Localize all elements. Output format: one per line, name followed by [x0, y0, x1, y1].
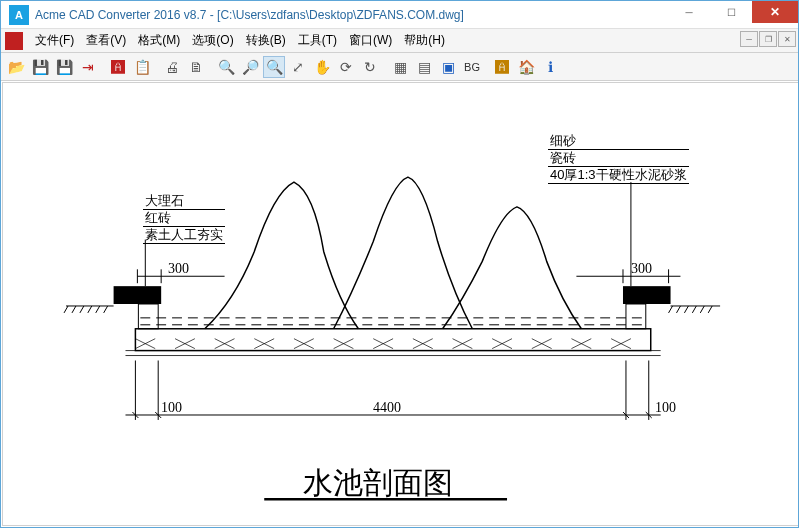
svg-line-17: [684, 306, 688, 313]
title-bar: A Acme CAD Converter 2016 v8.7 - [C:\Use…: [1, 1, 798, 29]
svg-line-12: [96, 306, 100, 313]
font-icon[interactable]: 🅰: [491, 56, 513, 78]
menu-format[interactable]: 格式(M): [132, 29, 186, 52]
save-as-icon[interactable]: 💾: [53, 56, 75, 78]
dim-bottom-center: 4400: [373, 400, 401, 416]
drawing-title: 水池剖面图: [303, 463, 453, 504]
menu-options[interactable]: 选项(O): [186, 29, 239, 52]
export-icon[interactable]: ⇥: [77, 56, 99, 78]
mdi-restore-button[interactable]: ❐: [759, 31, 777, 47]
open-icon[interactable]: 📂: [5, 56, 27, 78]
dim-bottom-right: 100: [655, 400, 676, 416]
pan-icon[interactable]: ✋: [311, 56, 333, 78]
extents-icon[interactable]: ▣: [437, 56, 459, 78]
save-icon[interactable]: 💾: [29, 56, 51, 78]
svg-line-15: [669, 306, 673, 313]
dim-left-top: 300: [168, 261, 189, 277]
maximize-button[interactable]: [710, 1, 752, 23]
window-title: Acme CAD Converter 2016 v8.7 - [C:\Users…: [35, 8, 668, 22]
svg-line-20: [708, 306, 712, 313]
bg-button[interactable]: BG: [461, 56, 483, 78]
label-tile: 瓷砖: [548, 150, 689, 167]
svg-line-18: [692, 306, 696, 313]
zoom-in-icon[interactable]: 🔍: [215, 56, 237, 78]
label-mortar: 40厚1:3干硬性水泥砂浆: [548, 167, 689, 184]
menu-file[interactable]: 文件(F): [29, 29, 80, 52]
menu-convert[interactable]: 转换(B): [240, 29, 292, 52]
dim-right-top: 300: [631, 261, 652, 277]
svg-line-13: [104, 306, 108, 313]
svg-line-10: [80, 306, 84, 313]
mdi-minimize-button[interactable]: ─: [740, 31, 758, 47]
toolbar: 📂 💾 💾 ⇥ 🅰 📋 🖨 🗎 🔍 🔎 🔍 ⤢ ✋ ⟳ ↻ ▦ ▤ ▣ BG 🅰…: [1, 53, 798, 81]
mdi-close-button[interactable]: ✕: [778, 31, 796, 47]
svg-line-8: [64, 306, 68, 313]
menu-view[interactable]: 查看(V): [80, 29, 132, 52]
minimize-button[interactable]: [668, 1, 710, 23]
menu-icon: [5, 32, 23, 50]
label-fine-sand: 细砂: [548, 133, 689, 150]
svg-line-9: [72, 306, 76, 313]
zoom-window-icon[interactable]: 🔍: [263, 56, 285, 78]
zoom-out-icon[interactable]: 🔎: [239, 56, 261, 78]
dim-bottom-left: 100: [161, 400, 182, 416]
refresh-icon[interactable]: ↻: [359, 56, 381, 78]
close-button[interactable]: [752, 1, 798, 23]
print-icon[interactable]: 🖨: [161, 56, 183, 78]
right-label-box: 细砂 瓷砖 40厚1:3干硬性水泥砂浆: [548, 133, 689, 184]
label-marble: 大理石: [143, 193, 225, 210]
menu-tools[interactable]: 工具(T): [292, 29, 343, 52]
window-controls: [668, 1, 798, 28]
label-red-brick: 红砖: [143, 210, 225, 227]
svg-rect-3: [114, 286, 162, 304]
app-icon: A: [9, 5, 29, 25]
drawing-canvas[interactable]: 大理石 红砖 素土人工夯实 细砂 瓷砖 40厚1:3干硬性水泥砂浆 300 30…: [2, 82, 799, 526]
info-icon[interactable]: ℹ: [539, 56, 561, 78]
layers-icon[interactable]: ▦: [389, 56, 411, 78]
menu-window[interactable]: 窗口(W): [343, 29, 398, 52]
pdf-icon[interactable]: 🅰: [107, 56, 129, 78]
batch-icon[interactable]: 📋: [131, 56, 153, 78]
home-icon[interactable]: 🏠: [515, 56, 537, 78]
grid-icon[interactable]: ▤: [413, 56, 435, 78]
menu-help[interactable]: 帮助(H): [398, 29, 451, 52]
left-label-box: 大理石 红砖 素土人工夯实: [143, 193, 225, 244]
svg-line-19: [700, 306, 704, 313]
svg-rect-5: [623, 286, 671, 304]
zoom-extents-icon[interactable]: ⤢: [287, 56, 309, 78]
print-preview-icon[interactable]: 🗎: [185, 56, 207, 78]
label-compacted-soil: 素土人工夯实: [143, 227, 225, 244]
svg-line-16: [677, 306, 681, 313]
mdi-controls: ─ ❐ ✕: [740, 31, 796, 47]
svg-line-11: [88, 306, 92, 313]
rotate-icon[interactable]: ⟳: [335, 56, 357, 78]
menu-bar: 文件(F) 查看(V) 格式(M) 选项(O) 转换(B) 工具(T) 窗口(W…: [1, 29, 798, 53]
